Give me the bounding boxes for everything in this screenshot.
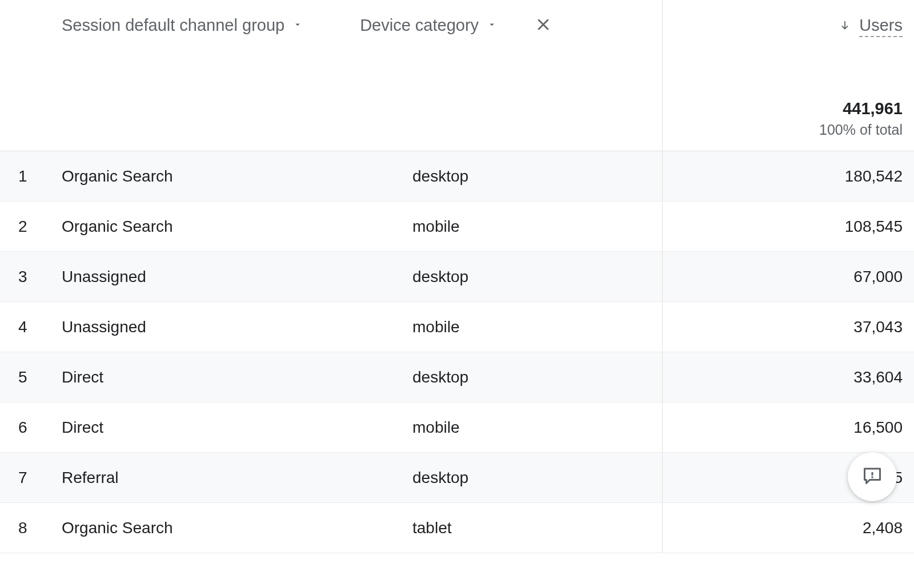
row-device-value: mobile	[412, 218, 459, 236]
primary-dimension-label: Session default channel group	[62, 16, 284, 35]
row-users-value: 108,545	[663, 218, 914, 236]
dimension-header-cell: Session default channel group Device cat…	[0, 0, 663, 151]
caret-down-icon	[487, 19, 497, 32]
row-index: 2	[18, 218, 62, 236]
table-body: 1Organic Searchdesktop180,5422Organic Se…	[0, 151, 914, 553]
row-users-value: 180,542	[663, 167, 914, 186]
row-users-value: 67,000	[663, 268, 914, 286]
row-index: 3	[18, 268, 62, 286]
row-index: 4	[18, 318, 62, 336]
secondary-dimension-label: Device category	[360, 16, 479, 35]
row-device-value: desktop	[412, 469, 468, 487]
row-device-value: desktop	[412, 167, 468, 186]
row-device-value: mobile	[412, 318, 459, 336]
row-channel-value: Referral	[62, 469, 412, 487]
close-icon	[535, 16, 552, 35]
table-row[interactable]: 8Organic Searchtablet2,408	[0, 503, 914, 553]
metric-total-subtext: 100% of total	[819, 122, 903, 138]
row-dimension-cell: 4Unassignedmobile	[0, 302, 663, 352]
row-users-value: 37,043	[663, 318, 914, 336]
row-index: 8	[18, 519, 62, 537]
row-channel-value: Organic Search	[62, 519, 412, 537]
row-dimension-cell: 6Directmobile	[0, 402, 663, 452]
row-dimension-cell: 5Directdesktop	[0, 352, 663, 402]
row-channel-value: Unassigned	[62, 268, 412, 286]
caret-down-icon	[292, 19, 303, 32]
row-index: 1	[18, 167, 62, 186]
row-channel-value: Direct	[62, 418, 412, 437]
table-row[interactable]: 3Unassigneddesktop67,000	[0, 252, 914, 302]
row-channel-value: Direct	[62, 368, 412, 386]
feedback-icon	[862, 465, 883, 488]
row-dimension-cell: 3Unassigneddesktop	[0, 252, 663, 301]
primary-dimension-picker[interactable]: Session default channel group	[62, 16, 303, 35]
row-channel-value: Organic Search	[62, 218, 412, 236]
table-row[interactable]: 4Unassignedmobile37,043	[0, 302, 914, 352]
metric-summary: 441,961 100% of total	[819, 99, 903, 151]
table-row[interactable]: 7Referraldesktop9,15	[0, 453, 914, 503]
row-channel-value: Unassigned	[62, 318, 412, 336]
svg-rect-1	[872, 477, 873, 478]
table-row[interactable]: 1Organic Searchdesktop180,542	[0, 151, 914, 202]
row-users-value: 16,500	[663, 418, 914, 437]
row-channel-value: Organic Search	[62, 167, 412, 186]
row-index: 5	[18, 368, 62, 386]
row-device-value: desktop	[412, 268, 468, 286]
analytics-table: Session default channel group Device cat…	[0, 0, 914, 588]
row-dimension-cell: 7Referraldesktop	[0, 453, 663, 502]
row-device-value: mobile	[412, 418, 459, 437]
metric-label: Users	[859, 16, 903, 37]
table-row[interactable]: 6Directmobile16,500	[0, 402, 914, 453]
feedback-button[interactable]	[848, 452, 897, 501]
row-users-value: 33,604	[663, 368, 914, 386]
metric-header-cell: Users 441,961 100% of total	[663, 0, 914, 151]
row-users-value: 2,408	[663, 519, 914, 537]
row-device-value: desktop	[412, 368, 468, 386]
row-index: 6	[18, 418, 62, 437]
row-dimension-cell: 8Organic Searchtablet	[0, 503, 663, 553]
metric-sort-button[interactable]: Users	[839, 16, 903, 37]
row-index: 7	[18, 469, 62, 487]
arrow-down-icon	[839, 19, 851, 34]
table-header-row: Session default channel group Device cat…	[0, 0, 914, 151]
row-dimension-cell: 1Organic Searchdesktop	[0, 151, 663, 201]
row-dimension-cell: 2Organic Searchmobile	[0, 202, 663, 251]
table-row[interactable]: 2Organic Searchmobile108,545	[0, 202, 914, 252]
row-device-value: tablet	[412, 519, 452, 537]
remove-secondary-dimension-button[interactable]	[535, 16, 552, 35]
table-row[interactable]: 5Directdesktop33,604	[0, 352, 914, 402]
metric-total-value: 441,961	[819, 99, 903, 118]
secondary-dimension-picker[interactable]: Device category	[360, 16, 497, 35]
svg-rect-0	[872, 472, 873, 476]
